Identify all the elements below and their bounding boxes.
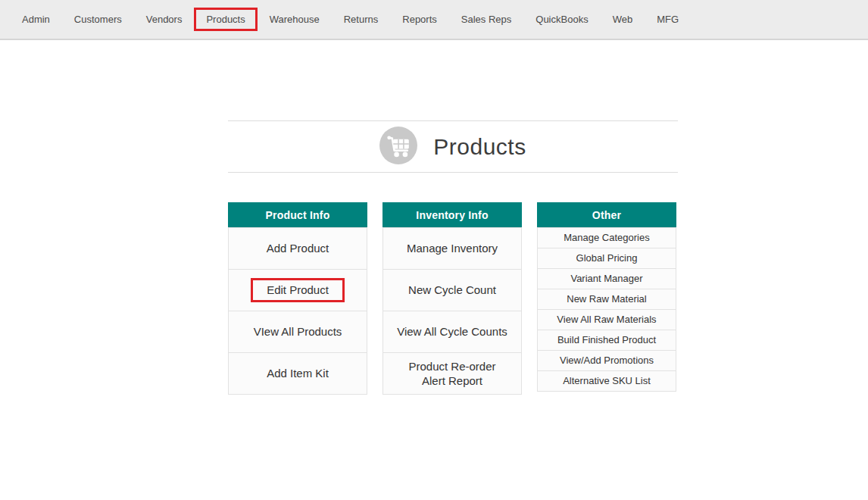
menu-item-view-all-raw-materials[interactable]: View All Raw Materials [537, 309, 676, 330]
column-other: Other Manage Categories Global Pricing V… [537, 202, 676, 392]
nav-item-vendors[interactable]: Vendors [134, 8, 195, 31]
nav-item-reports[interactable]: Reports [390, 8, 449, 31]
menu-item-add-product[interactable]: Add Product [228, 227, 367, 270]
nav-item-web[interactable]: Web [601, 8, 645, 31]
page-title-bar: Products [228, 120, 678, 173]
menu-item-view-all-products[interactable]: VIew All Products [228, 311, 367, 353]
page-title: Products [433, 134, 526, 160]
menu-item-build-finished-product[interactable]: Build Finished Product [537, 330, 676, 351]
menu-item-add-item-kit[interactable]: Add Item Kit [228, 352, 367, 395]
column-header-product-info: Product Info [228, 202, 367, 228]
menu-item-manage-inventory[interactable]: Manage Inventory [382, 227, 522, 270]
nav-item-returns[interactable]: Returns [332, 8, 391, 31]
menu-item-manage-categories[interactable]: Manage Categories [537, 227, 676, 248]
column-inventory-info: Inventory Info Manage Inventory New Cycl… [382, 202, 522, 395]
column-header-other: Other [537, 202, 676, 228]
menu-columns: Product Info Add Product Edit Product VI… [228, 202, 678, 395]
nav-item-products[interactable]: Products [194, 8, 257, 31]
menu-item-edit-product[interactable]: Edit Product [228, 269, 367, 311]
menu-item-new-raw-material[interactable]: New Raw Material [537, 289, 676, 310]
nav-item-warehouse[interactable]: Warehouse [258, 8, 332, 31]
menu-item-product-reorder-alert-report[interactable]: Product Re-order Alert Report [382, 352, 522, 395]
menu-item-variant-manager[interactable]: Variant Manager [537, 268, 676, 289]
nav-item-admin[interactable]: Admin [10, 8, 62, 31]
nav-item-mfg[interactable]: MFG [645, 8, 691, 31]
menu-item-global-pricing[interactable]: Global Pricing [537, 248, 676, 269]
nav-item-customers[interactable]: Customers [62, 8, 134, 31]
menu-item-view-all-cycle-counts[interactable]: View All Cycle Counts [382, 311, 522, 353]
column-header-inventory-info: Inventory Info [382, 202, 522, 228]
nav-item-sales-reps[interactable]: Sales Reps [449, 8, 523, 31]
menu-item-view-add-promotions[interactable]: View/Add Promotions [537, 350, 676, 371]
shopping-cart-icon [379, 127, 417, 167]
main-content: Products Product Info Add Product Edit P… [228, 120, 678, 395]
menu-item-new-cycle-count[interactable]: New Cycle Count [382, 269, 522, 311]
column-product-info: Product Info Add Product Edit Product VI… [228, 202, 367, 395]
menu-item-edit-product-label: Edit Product [267, 283, 329, 298]
nav-item-quickbooks[interactable]: QuickBooks [523, 8, 600, 31]
top-navbar: Admin Customers Vendors Products Warehou… [0, 0, 868, 40]
menu-item-alternative-sku-list[interactable]: Alternative SKU List [537, 370, 676, 392]
